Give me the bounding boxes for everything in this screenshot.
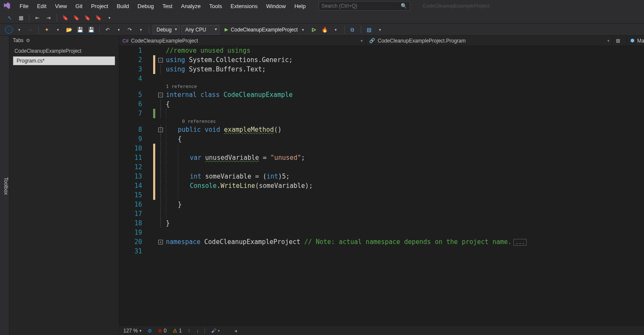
line-num: 15 — [119, 190, 142, 200]
code-kw: namespace — [166, 238, 200, 246]
redo-dropdown[interactable]: ▾ — [136, 25, 145, 34]
code-cleanup-icon[interactable]: 🖌 ▾ — [211, 328, 220, 334]
separator — [361, 26, 361, 34]
menu-tools[interactable]: Tools — [205, 1, 226, 11]
solution-platform-dropdown[interactable]: Any CPU — [181, 25, 219, 34]
solution-config-dropdown[interactable]: Debug — [153, 25, 180, 34]
nav-fwd-icon[interactable]: → — [26, 25, 35, 34]
breadcrumb-split[interactable]: ⊞ — [613, 36, 627, 45]
menu-project[interactable]: Project — [87, 1, 112, 11]
codelens-method[interactable]: 0 references — [166, 118, 644, 125]
toolbox-icon[interactable]: ▦ — [16, 13, 26, 23]
menu-analyze[interactable]: Analyze — [177, 1, 205, 11]
start-debug-button[interactable]: ▶ CodeCleanupExampleProject — [221, 25, 307, 34]
menu-extensions[interactable]: Extensions — [226, 1, 262, 11]
chevron-down-icon[interactable]: ▾ — [331, 25, 341, 34]
tabs-title: Tabs — [13, 37, 23, 43]
warning-number: 1 — [179, 328, 182, 334]
menu-file[interactable]: File — [15, 1, 33, 11]
quick-search-input[interactable] — [322, 3, 398, 9]
code-body[interactable]: //remove unused usings using System.Coll… — [164, 46, 644, 335]
menu-edit[interactable]: Edit — [33, 1, 51, 11]
chevron-down-icon[interactable]: ▾ — [376, 25, 385, 34]
code-comment: // Note: actual namespace depends on the… — [304, 238, 512, 246]
fold-minus-icon[interactable]: − — [158, 128, 163, 132]
error-count[interactable]: ⊗ 0 — [158, 328, 167, 334]
breadcrumb-right[interactable]: ⬢ Ma — [627, 36, 644, 45]
vs-logo-icon — [3, 2, 11, 10]
menu-git[interactable]: Git — [71, 1, 87, 11]
warning-count[interactable]: ⚠ 1 — [173, 328, 182, 334]
line-num: 18 — [119, 219, 142, 228]
chevron-down-icon[interactable]: ▾ — [105, 13, 114, 23]
no-issues-icon[interactable]: ⊘ — [148, 328, 152, 334]
code-brace: } — [166, 219, 170, 227]
fold-plus-icon[interactable]: + — [158, 240, 163, 244]
error-icon: ⊗ — [158, 328, 162, 334]
breadcrumb-project[interactable]: C# CodeCleanupExampleProject — [119, 36, 366, 45]
code-kw: using — [166, 65, 185, 73]
browser-icon[interactable]: ⧉ — [348, 25, 357, 34]
nav-down-icon[interactable]: ↓ — [196, 328, 199, 334]
menu-help[interactable]: Help — [290, 1, 310, 11]
breadcrumb-right-label: Ma — [637, 38, 644, 44]
quick-search[interactable]: 🔍 — [319, 1, 410, 11]
fold-margin: − − − + — [158, 46, 164, 335]
undo-icon[interactable]: ↶ — [103, 25, 112, 34]
separator — [149, 26, 149, 34]
menu-test[interactable]: Test — [158, 1, 177, 11]
line-numbers: 1 2 3 4 5 6 7 8 9 10 11 12 13 14 15 16 1… — [119, 46, 149, 335]
indent-less-icon[interactable]: ⇤ — [33, 13, 42, 23]
code-brace: { — [178, 135, 182, 143]
sidebar-file-active[interactable]: Program.cs* — [13, 56, 115, 65]
menu-window[interactable]: Window — [262, 1, 290, 11]
code-method: WriteLine — [220, 182, 255, 190]
chevron-down-icon[interactable]: ▾ — [53, 25, 63, 34]
menu-debug[interactable]: Debug — [133, 1, 158, 11]
line-num: 4 — [119, 74, 142, 83]
tabs-sidebar: Tabs ⚙ CodeCleanupExampleProject Program… — [9, 36, 119, 335]
line-num: 19 — [119, 228, 142, 237]
breadcrumb-bar: C# CodeCleanupExampleProject 🔗 CodeClean… — [119, 36, 644, 46]
open-icon[interactable]: 📂 — [64, 25, 74, 34]
bookmark-clear-icon[interactable]: 🔖 — [94, 13, 103, 23]
bookmark-icon[interactable]: 🔖 — [60, 13, 70, 23]
undo-dropdown[interactable]: ▾ — [114, 25, 123, 34]
scroll-left-icon[interactable]: ◂ — [234, 328, 237, 334]
new-project-icon[interactable]: ✦ — [42, 25, 51, 34]
menu-view[interactable]: View — [51, 1, 71, 11]
line-num: 1 — [119, 46, 142, 55]
code-text: )5; — [278, 173, 290, 180]
pointer-icon[interactable]: ↖ — [5, 13, 14, 23]
save-icon[interactable]: 💾 — [75, 25, 85, 34]
breadcrumb-class[interactable]: 🔗 CodeCleanupExampleProject.Program — [366, 36, 613, 45]
menu-build[interactable]: Build — [112, 1, 133, 11]
class-icon: 🔗 — [369, 38, 375, 43]
redo-icon[interactable]: ↷ — [125, 25, 134, 34]
line-num: 11 — [119, 153, 142, 162]
nav-up-icon[interactable]: ↑ — [188, 328, 190, 334]
fold-minus-icon[interactable]: − — [158, 58, 163, 62]
nav-back-icon[interactable]: ← — [5, 26, 13, 34]
nav-back-dropdown[interactable]: ▾ — [14, 25, 24, 34]
bookmark-prev-icon[interactable]: 🔖 — [71, 13, 81, 23]
bookmark-next-icon[interactable]: 🔖 — [83, 13, 92, 23]
hot-reload-icon[interactable]: 🔥 — [320, 25, 330, 34]
change-margin — [149, 46, 158, 335]
cube-icon: ⬢ — [630, 38, 635, 43]
fold-minus-icon[interactable]: − — [158, 93, 163, 97]
start-nodebug-icon[interactable]: ▷ — [309, 25, 319, 34]
start-debug-label: CodeCleanupExampleProject — [231, 27, 297, 33]
code-kw: int — [190, 173, 205, 180]
codelens-class[interactable]: 1 reference — [166, 83, 644, 90]
zoom-level[interactable]: 127 % ▾ — [123, 328, 142, 334]
window-icon[interactable]: ▤ — [365, 25, 374, 34]
gear-icon[interactable]: ⚙ — [26, 38, 30, 43]
toolbox-strip[interactable]: Toolbox — [0, 36, 9, 335]
save-all-icon[interactable]: 💾 — [86, 25, 96, 34]
sidebar-project[interactable]: CodeCleanupExampleProject — [13, 47, 115, 55]
fold-ellipsis[interactable]: ... — [513, 239, 527, 246]
indent-more-icon[interactable]: ⇥ — [44, 13, 53, 23]
line-num: 16 — [119, 200, 142, 209]
code-editor[interactable]: 1 2 3 4 5 6 7 8 9 10 11 12 13 14 15 16 1… — [119, 46, 644, 335]
